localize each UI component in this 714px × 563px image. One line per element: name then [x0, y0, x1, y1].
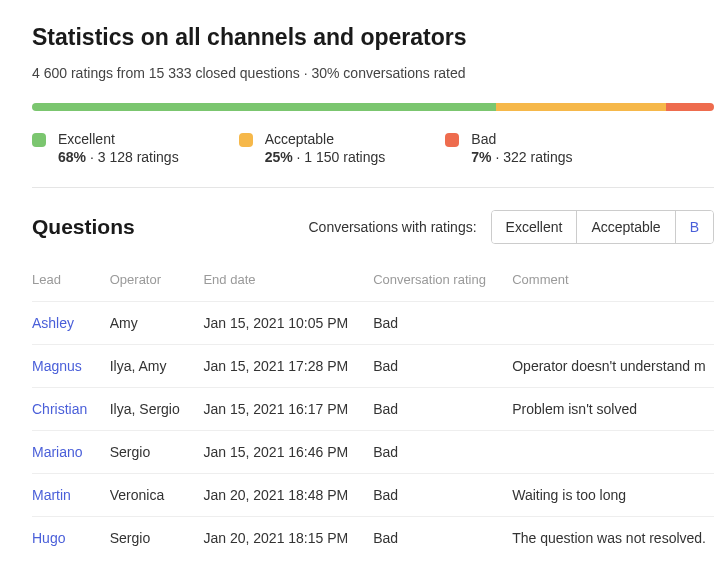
th-comment: Comment	[512, 272, 714, 302]
cell-rating: Bad	[373, 474, 512, 517]
cell-lead: Hugo	[32, 517, 110, 560]
cell-comment	[512, 431, 714, 474]
cell-operator: Ilya, Sergio	[110, 388, 204, 431]
filter-bad-button[interactable]: B	[676, 211, 713, 243]
swatch-excellent-icon	[32, 133, 46, 147]
cell-end-date: Jan 15, 2021 10:05 PM	[203, 302, 373, 345]
cell-comment: Waiting is too long	[512, 474, 714, 517]
table-row: ChristianIlya, SergioJan 15, 2021 16:17 …	[32, 388, 714, 431]
filter-excellent-button[interactable]: Excellent	[492, 211, 578, 243]
table-row: MartinVeronicaJan 20, 2021 18:48 PMBadWa…	[32, 474, 714, 517]
questions-table: Lead Operator End date Conversation rati…	[32, 272, 714, 559]
legend-acceptable: Acceptable 25% · 1 150 ratings	[239, 131, 386, 165]
table-header-row: Lead Operator End date Conversation rati…	[32, 272, 714, 302]
th-end-date: End date	[203, 272, 373, 302]
cell-comment: Problem isn't solved	[512, 388, 714, 431]
legend-excellent-stat: 68% · 3 128 ratings	[58, 149, 179, 165]
swatch-bad-icon	[445, 133, 459, 147]
legend-acceptable-stat: 25% · 1 150 ratings	[265, 149, 386, 165]
table-body: AshleyAmyJan 15, 2021 10:05 PMBadMagnusI…	[32, 302, 714, 560]
cell-rating: Bad	[373, 388, 512, 431]
table-row: MarianoSergioJan 15, 2021 16:46 PMBad	[32, 431, 714, 474]
summary-line: 4 600 ratings from 15 333 closed questio…	[32, 65, 714, 81]
cell-end-date: Jan 15, 2021 16:17 PM	[203, 388, 373, 431]
cell-operator: Sergio	[110, 431, 204, 474]
cell-end-date: Jan 15, 2021 16:46 PM	[203, 431, 373, 474]
lead-link[interactable]: Mariano	[32, 444, 83, 460]
cell-lead: Mariano	[32, 431, 110, 474]
progress-acceptable	[496, 103, 667, 111]
th-rating: Conversation rating	[373, 272, 512, 302]
cell-lead: Magnus	[32, 345, 110, 388]
legend-excellent: Excellent 68% · 3 128 ratings	[32, 131, 179, 165]
cell-operator: Sergio	[110, 517, 204, 560]
legend-bad: Bad 7% · 322 ratings	[445, 131, 572, 165]
questions-title: Questions	[32, 215, 135, 239]
page-title: Statistics on all channels and operators	[32, 24, 714, 51]
table-row: MagnusIlya, AmyJan 15, 2021 17:28 PMBadO…	[32, 345, 714, 388]
legend-bad-label: Bad	[471, 131, 572, 147]
cell-rating: Bad	[373, 302, 512, 345]
cell-comment: The question was not resolved.	[512, 517, 714, 560]
legend-excellent-label: Excellent	[58, 131, 179, 147]
table-row: HugoSergioJan 20, 2021 18:15 PMBadThe qu…	[32, 517, 714, 560]
lead-link[interactable]: Magnus	[32, 358, 82, 374]
cell-rating: Bad	[373, 517, 512, 560]
cell-comment: Operator doesn't understand m	[512, 345, 714, 388]
summary-sep-2: closed questions ·	[192, 65, 312, 81]
ratings-progress-bar	[32, 103, 714, 111]
lead-link[interactable]: Christian	[32, 401, 87, 417]
legend-row: Excellent 68% · 3 128 ratings Acceptable…	[32, 131, 714, 165]
th-lead: Lead	[32, 272, 110, 302]
progress-excellent	[32, 103, 496, 111]
filter-label: Conversations with ratings:	[308, 219, 476, 235]
section-divider	[32, 187, 714, 188]
table-row: AshleyAmyJan 15, 2021 10:05 PMBad	[32, 302, 714, 345]
closed-questions-count: 15 333	[149, 65, 192, 81]
questions-header: Questions Conversations with ratings: Ex…	[32, 210, 714, 244]
ratings-count: 4 600	[32, 65, 67, 81]
cell-rating: Bad	[373, 431, 512, 474]
cell-operator: Veronica	[110, 474, 204, 517]
cell-rating: Bad	[373, 345, 512, 388]
cell-operator: Ilya, Amy	[110, 345, 204, 388]
progress-bad	[666, 103, 714, 111]
swatch-acceptable-icon	[239, 133, 253, 147]
lead-link[interactable]: Ashley	[32, 315, 74, 331]
cell-comment	[512, 302, 714, 345]
cell-end-date: Jan 15, 2021 17:28 PM	[203, 345, 373, 388]
th-operator: Operator	[110, 272, 204, 302]
summary-sep-3: conversations rated	[339, 65, 465, 81]
lead-link[interactable]: Hugo	[32, 530, 65, 546]
cell-end-date: Jan 20, 2021 18:15 PM	[203, 517, 373, 560]
legend-acceptable-label: Acceptable	[265, 131, 386, 147]
lead-link[interactable]: Martin	[32, 487, 71, 503]
cell-operator: Amy	[110, 302, 204, 345]
cell-end-date: Jan 20, 2021 18:48 PM	[203, 474, 373, 517]
rating-filter-segmented: Excellent Acceptable B	[491, 210, 714, 244]
legend-bad-stat: 7% · 322 ratings	[471, 149, 572, 165]
filter-acceptable-button[interactable]: Acceptable	[577, 211, 675, 243]
summary-sep-1: ratings from	[67, 65, 149, 81]
cell-lead: Christian	[32, 388, 110, 431]
cell-lead: Ashley	[32, 302, 110, 345]
filter-group: Conversations with ratings: Excellent Ac…	[308, 210, 714, 244]
cell-lead: Martin	[32, 474, 110, 517]
percent-rated: 30%	[311, 65, 339, 81]
